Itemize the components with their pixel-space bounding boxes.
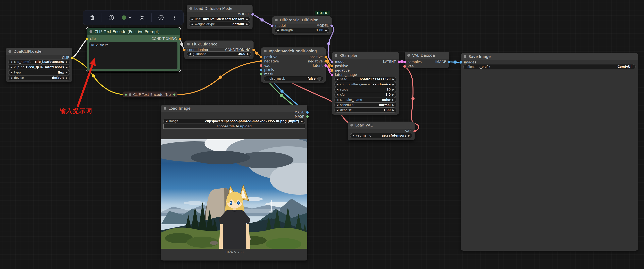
upload-file-button[interactable]: choose file to upload bbox=[164, 124, 305, 129]
widget-vae_name[interactable]: ◀vae_nameae.safetensors▶ bbox=[350, 133, 412, 138]
input-slot-vae[interactable]: vae bbox=[403, 64, 414, 68]
node-clip_negative[interactable]: CLIP Text Encode (Ne bbox=[123, 92, 178, 98]
reroute-dot[interactable] bbox=[412, 97, 414, 100]
status-dropdown[interactable] bbox=[120, 14, 133, 21]
widget-left-arrow-icon[interactable]: ◀ bbox=[336, 78, 338, 80]
widget-cfg[interactable]: ◀cfg1.0▶ bbox=[334, 92, 396, 97]
node-load_diffusion_model[interactable]: Load Diffusion ModelMODEL◀unet_nameflux1… bbox=[187, 5, 252, 29]
toggle-knob[interactable] bbox=[317, 77, 321, 81]
node-differential_diffusion[interactable]: Differential Diffusion[BETA]modelMODEL◀s… bbox=[272, 16, 332, 34]
widget-left-arrow-icon[interactable]: ◀ bbox=[166, 120, 167, 122]
node-flux_guidance[interactable]: FluxGuidanceconditioningCONDITIONING◀gui… bbox=[184, 40, 254, 59]
widget-left-arrow-icon[interactable]: ◀ bbox=[191, 18, 193, 20]
widget-left-arrow-icon[interactable]: ◀ bbox=[336, 83, 338, 86]
widget-sampler_name[interactable]: ◀sampler_nameeuler▶ bbox=[334, 97, 396, 102]
widget-right-arrow-icon[interactable]: ▶ bbox=[66, 71, 68, 74]
node-graph-canvas[interactable]: Load Diffusion ModelMODEL◀unet_nameflux1… bbox=[0, 0, 644, 269]
widget-type[interactable]: ◀typeflux▶ bbox=[8, 70, 70, 75]
widget-right-arrow-icon[interactable]: ▶ bbox=[247, 53, 249, 55]
widget-right-arrow-icon[interactable]: ▶ bbox=[392, 88, 394, 91]
input-slot-model[interactable]: model bbox=[271, 24, 286, 28]
input-slot-pixels[interactable]: pixels bbox=[260, 68, 274, 72]
output-slot-VAE[interactable]: VAE bbox=[405, 129, 416, 133]
input-slot-mask[interactable]: mask bbox=[260, 72, 273, 76]
collapsed-output-dot[interactable] bbox=[173, 94, 176, 96]
input-slot-negative[interactable]: negative bbox=[330, 68, 350, 72]
output-slot-latent[interactable]: latent bbox=[313, 64, 327, 68]
node-ksampler[interactable]: KSamplermodelLATENTpositivenegativelaten… bbox=[332, 52, 399, 115]
widget-left-arrow-icon[interactable]: ◀ bbox=[336, 99, 338, 101]
reroute-dot[interactable] bbox=[219, 76, 222, 79]
widget-right-arrow-icon[interactable]: ▶ bbox=[66, 77, 68, 79]
widget-left-arrow-icon[interactable]: ◀ bbox=[336, 94, 338, 96]
widget-left-arrow-icon[interactable]: ◀ bbox=[336, 109, 338, 111]
widget-weight_dtype[interactable]: ◀weight_dtypedefault▶ bbox=[189, 22, 250, 27]
input-slot-latent_image[interactable]: latent_image bbox=[330, 72, 357, 77]
reroute-dot[interactable] bbox=[327, 42, 330, 45]
widget-left-arrow-icon[interactable]: ◀ bbox=[191, 23, 193, 25]
reroute-dot[interactable] bbox=[328, 64, 330, 68]
output-slot-LATENT[interactable]: LATENT bbox=[383, 60, 400, 64]
node-inpaint[interactable]: InpaintModelConditioningpositivepositive… bbox=[261, 48, 326, 82]
widget-left-arrow-icon[interactable]: ◀ bbox=[10, 66, 12, 68]
widget-filename_prefix[interactable]: filename_prefixComfyUI bbox=[464, 64, 636, 69]
widget-right-arrow-icon[interactable]: ▶ bbox=[66, 66, 68, 68]
widget-right-arrow-icon[interactable]: ▶ bbox=[392, 109, 394, 111]
input-slot-clip[interactable]: clip bbox=[86, 36, 96, 41]
node-dual_clip_loader[interactable]: DualCLIPLoaderCLIP◀clip_name1clip_l.safe… bbox=[6, 48, 72, 82]
prompt-textarea[interactable]: blue shirt bbox=[89, 42, 178, 69]
widget-guidance[interactable]: ◀guidance30.0▶ bbox=[187, 52, 251, 56]
widget-device[interactable]: ◀devicedefault▶ bbox=[8, 75, 70, 80]
disable-button[interactable] bbox=[157, 14, 165, 22]
output-slot-MODEL[interactable]: MODEL bbox=[316, 24, 333, 28]
input-slot-negative[interactable]: negative bbox=[260, 59, 279, 64]
node-clip_positive[interactable]: CLIP Text Encode (Positive Prompt)clipCO… bbox=[87, 28, 180, 71]
widget-left-arrow-icon[interactable]: ◀ bbox=[10, 77, 12, 79]
node-save_image[interactable]: Save Imageimagesfilename_prefixComfyUI bbox=[461, 53, 638, 250]
output-slot-MODEL[interactable]: MODEL bbox=[238, 12, 254, 16]
node-vae_decode[interactable]: VAE DecodesamplesIMAGEvae bbox=[405, 52, 449, 68]
widget-noise_mask[interactable]: noise_maskfalse bbox=[264, 76, 323, 81]
reroute-dot[interactable] bbox=[180, 43, 184, 46]
input-slot-positive[interactable]: positive bbox=[330, 64, 348, 68]
input-slot-images[interactable]: images bbox=[460, 60, 476, 64]
output-slot-MASK[interactable]: MASK bbox=[295, 114, 309, 118]
widget-left-arrow-icon[interactable]: ◀ bbox=[336, 88, 338, 91]
widget-left-arrow-icon[interactable]: ◀ bbox=[10, 61, 12, 63]
info-button[interactable] bbox=[107, 14, 115, 22]
reroute-dot[interactable] bbox=[92, 74, 95, 78]
widget-clip_name1[interactable]: ◀clip_name1clip_l.safetensors▶ bbox=[8, 59, 70, 64]
node-load_image[interactable]: Load ImageIMAGEMASK◀imageclipspace/clips… bbox=[161, 105, 307, 260]
widget-left-arrow-icon[interactable]: ◀ bbox=[336, 104, 338, 106]
widget-right-arrow-icon[interactable]: ▶ bbox=[392, 83, 394, 86]
widget-left-arrow-icon[interactable]: ◀ bbox=[352, 134, 354, 137]
input-slot-model[interactable]: model bbox=[330, 60, 346, 64]
widget-strength[interactable]: ◀strength1.00▶ bbox=[275, 28, 329, 33]
input-slot-vae[interactable]: vae bbox=[260, 64, 270, 68]
output-slot-positive[interactable]: positive bbox=[310, 55, 327, 59]
reroute-dot[interactable] bbox=[280, 90, 284, 93]
more-options-button[interactable] bbox=[170, 14, 178, 22]
widget-right-arrow-icon[interactable]: ▶ bbox=[392, 78, 394, 80]
widget-right-arrow-icon[interactable]: ▶ bbox=[408, 134, 410, 137]
widget-left-arrow-icon[interactable]: ◀ bbox=[277, 29, 279, 32]
widget-left-arrow-icon[interactable]: ◀ bbox=[189, 53, 191, 55]
widget-control_after_generate[interactable]: ◀control after generaterandomize▶ bbox=[334, 82, 396, 87]
widget-right-arrow-icon[interactable]: ▶ bbox=[325, 29, 327, 32]
widget-right-arrow-icon[interactable]: ▶ bbox=[392, 99, 394, 101]
widget-right-arrow-icon[interactable]: ▶ bbox=[66, 61, 68, 63]
widget-right-arrow-icon[interactable]: ▶ bbox=[392, 104, 394, 106]
output-slot-CONDITIONING[interactable]: CONDITIONING bbox=[152, 36, 181, 41]
input-slot-samples[interactable]: samples bbox=[403, 60, 422, 64]
output-slot-IMAGE[interactable]: IMAGE bbox=[435, 60, 450, 64]
widget-right-arrow-icon[interactable]: ▶ bbox=[246, 23, 248, 25]
widget-right-arrow-icon[interactable]: ▶ bbox=[392, 94, 394, 96]
output-slot-negative[interactable]: negative bbox=[308, 59, 327, 64]
node-load_vae[interactable]: Load VAEVAE◀vae_nameae.safetensors▶ bbox=[348, 122, 414, 140]
widget-denoise[interactable]: ◀denoise1.00▶ bbox=[334, 108, 396, 113]
reroute-dot[interactable] bbox=[260, 18, 264, 22]
widget-clip_name2[interactable]: ◀clip_name2t5xxl_fp16.safetensors▶ bbox=[8, 65, 70, 70]
reroute-dot[interactable] bbox=[255, 52, 258, 55]
output-slot-IMAGE[interactable]: IMAGE bbox=[294, 110, 309, 114]
minimize-button[interactable] bbox=[138, 14, 146, 22]
